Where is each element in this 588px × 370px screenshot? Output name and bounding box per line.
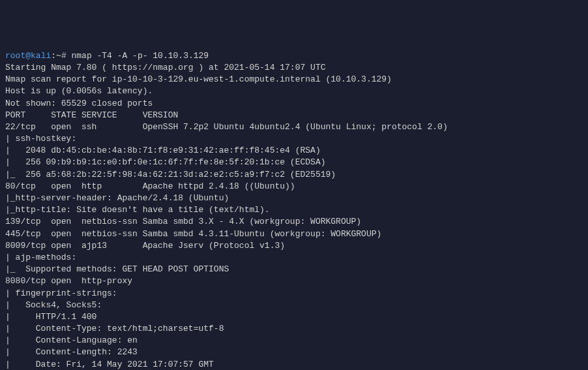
output-line: Nmap scan report for ip-10-10-3-129.eu-w… (5, 74, 583, 85)
output-line: 8009/tcp open ajp13 Apache Jserv (Protoc… (5, 240, 583, 252)
output-line: |_ Supported methods: GET HEAD POST OPTI… (5, 264, 583, 275)
terminal-output: root@kali:~# nmap -T4 -A -p- 10.10.3.129… (5, 50, 583, 370)
output-line: | Socks4, Socks5: (5, 300, 583, 311)
output-line: 139/tcp open netbios-ssn Samba smbd 3.X … (5, 216, 583, 228)
output-line: Not shown: 65529 closed ports (5, 98, 583, 110)
output-line: 8080/tcp open http-proxy (5, 275, 583, 287)
output-line: | HTTP/1.1 400 (5, 311, 583, 323)
command-input[interactable]: nmap -T4 -A -p- 10.10.3.129 (72, 51, 209, 61)
output-line: Host is up (0.0056s latency). (5, 85, 583, 97)
output-line: PORT STATE SERVICE VERSION (5, 110, 583, 121)
output-line: | ssh-hostkey: (5, 133, 583, 145)
prompt-symbol: # (61, 51, 66, 61)
prompt-line[interactable]: root@kali:~# nmap -T4 -A -p- 10.10.3.129 (5, 50, 583, 62)
output-line: | 256 09:b9:b9:1c:e0:bf:0e:1c:6f:7f:fe:8… (5, 157, 583, 168)
output-line: |_http-title: Site doesn't have a title … (5, 204, 583, 216)
output-line: | Date: Fri, 14 May 2021 17:07:57 GMT (5, 359, 583, 370)
prompt-at: @ (25, 51, 31, 61)
output-line: |_http-server-header: Apache/2.4.18 (Ubu… (5, 193, 583, 204)
output-line: | fingerprint-strings: (5, 288, 583, 300)
output-line: | Content-Length: 2243 (5, 347, 583, 358)
output-line: | 2048 db:45:cb:be:4a:8b:71:f8:e9:31:42:… (5, 145, 583, 157)
output-line: Starting Nmap 7.80 ( https://nmap.org ) … (5, 62, 583, 74)
output-line: | ajp-methods: (5, 252, 583, 264)
output-line: |_ 256 a5:68:2b:22:5f:98:4a:62:21:3d:a2:… (5, 169, 583, 181)
output-line: 445/tcp open netbios-ssn Samba smbd 4.3.… (5, 228, 583, 240)
prompt-path: ~ (56, 51, 61, 61)
output-line: | Content-Type: text/html;charset=utf-8 (5, 323, 583, 335)
prompt-host: kali (31, 51, 51, 61)
output-line: 80/tcp open http Apache httpd 2.4.18 ((U… (5, 181, 583, 193)
output-line: | Content-Language: en (5, 335, 583, 347)
prompt-colon: : (51, 51, 56, 61)
prompt-user: root (5, 51, 25, 61)
output-line: 22/tcp open ssh OpenSSH 7.2p2 Ubuntu 4ub… (5, 121, 583, 133)
